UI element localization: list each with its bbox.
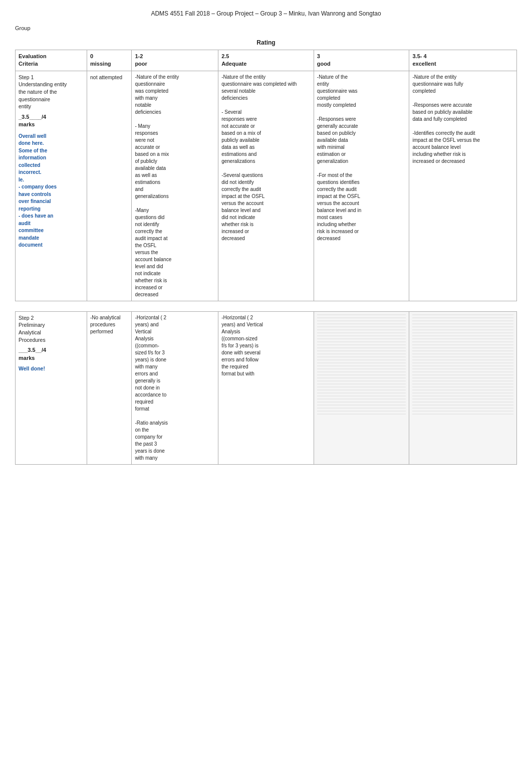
col-25-header: 2.5Adequate [218,50,314,71]
col-3-header: 3good [314,50,409,71]
step2-c0: -No analyticalproceduresperformed [87,311,132,464]
step2-eval-cell: Step 2PreliminaryAnalyticalProcedures __… [16,311,87,464]
col-0-header: 0missing [87,50,132,71]
step1-label: Step 1Understanding entitythe nature of … [19,74,84,110]
col-35-header: 3.5- 4excellent [409,50,517,71]
page-title: ADMS 4551 Fall 2018 – Group Project – Gr… [15,10,517,17]
step1-table: Rating EvaluationCriteria 0missing 1-2po… [15,36,517,301]
step1-c35: -Nature of the entityquestionnaire was f… [409,71,517,301]
group-label: Group [15,25,517,31]
step2-row: Step 2PreliminaryAnalyticalProcedures __… [16,311,517,464]
step1-eval-cell: Step 1Understanding entitythe nature of … [16,71,87,301]
rating-header: Rating [16,36,517,50]
step2-marks: ___3.5__/4marks [19,346,84,362]
step2-c3 [314,311,409,464]
col-eval-header: EvaluationCriteria [16,50,87,71]
step2-table: Step 2PreliminaryAnalyticalProcedures __… [15,311,517,465]
step2-c1: -Horizontal ( 2years) andVerticalAnalysi… [132,311,218,464]
step2-label: Step 2PreliminaryAnalyticalProcedures [19,314,84,344]
step1-row: Step 1Understanding entitythe nature of … [16,71,517,301]
step1-c3: -Nature of theentityquestionnaire wascom… [314,71,409,301]
step1-blue-notes: Overall welldone here.Some of theinforma… [19,133,84,249]
step1-c1: -Nature of the entityquestionnairewas co… [132,71,218,301]
step1-c0: not attempted [87,71,132,301]
step2-well-done: Well done! [19,365,84,372]
step2-c35 [409,311,517,464]
step1-c25: -Nature of the entityquestionnaire was c… [218,71,314,301]
step2-c25: -Horizontal ( 2years) and VerticalAnalys… [218,311,314,464]
step1-marks: _3.5____/4marks [19,113,84,129]
col-1-header: 1-2poor [132,50,218,71]
